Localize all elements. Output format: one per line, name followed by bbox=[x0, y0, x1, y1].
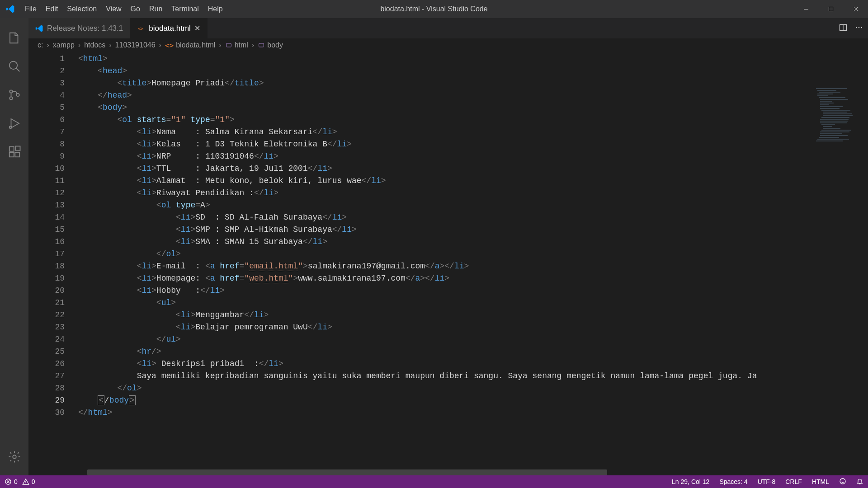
breadcrumbs[interactable]: c:›xampp›htdocs›1103191046›<> biodata.ht… bbox=[28, 38, 868, 52]
tab-label: Release Notes: 1.43.1 bbox=[47, 24, 123, 33]
code-line[interactable]: </ul> bbox=[78, 333, 868, 346]
code-line[interactable]: <li>TTL : Jakarta, 19 Juli 2001</li> bbox=[78, 163, 868, 175]
code-line[interactable]: <li>NRP : 1103191046</li> bbox=[78, 150, 868, 163]
code-line[interactable]: <li>Riwayat Pendidikan :</li> bbox=[78, 187, 868, 199]
minimize-button[interactable] bbox=[793, 0, 818, 18]
line-number: 18 bbox=[28, 260, 65, 272]
code-line[interactable]: <head> bbox=[78, 65, 868, 77]
breadcrumb-item[interactable]: c: bbox=[38, 41, 43, 49]
menu-go[interactable]: Go bbox=[126, 0, 145, 18]
menu-edit[interactable]: Edit bbox=[41, 0, 63, 18]
status-encoding[interactable]: UTF-8 bbox=[758, 478, 776, 485]
code-line[interactable]: <li>Kelas : 1 D3 Teknik Elektronika B</l… bbox=[78, 138, 868, 150]
code-line[interactable]: <li>Homepage: <a href="web.html">www.sal… bbox=[78, 272, 868, 285]
code-editor[interactable]: 1234567891011121314151617181920212223242… bbox=[28, 52, 868, 475]
code-line[interactable]: <li>Hobby :</li> bbox=[78, 285, 868, 297]
line-number: 5 bbox=[28, 102, 65, 114]
breadcrumb-item[interactable]: <> biodata.html bbox=[165, 41, 215, 50]
source-control-icon[interactable] bbox=[0, 80, 28, 109]
settings-gear-icon[interactable] bbox=[0, 442, 28, 471]
status-indentation[interactable]: Spaces: 4 bbox=[719, 478, 747, 485]
code-line[interactable]: <li>Menggambar</li> bbox=[78, 309, 868, 321]
horizontal-scrollbar[interactable] bbox=[87, 469, 607, 475]
svg-text:<>: <> bbox=[138, 26, 143, 31]
breadcrumb-item[interactable]: html bbox=[225, 41, 248, 49]
search-icon[interactable] bbox=[0, 52, 28, 80]
svg-point-3 bbox=[9, 90, 12, 93]
run-debug-icon[interactable] bbox=[0, 109, 28, 137]
line-number: 6 bbox=[28, 114, 65, 126]
code-line[interactable]: <ul> bbox=[78, 297, 868, 309]
line-number: 2 bbox=[28, 65, 65, 77]
breadcrumb-item[interactable]: xampp bbox=[53, 41, 75, 49]
code-line[interactable]: <li>SMA : SMAN 15 Surabaya</li> bbox=[78, 236, 868, 248]
code-line[interactable]: </ol> bbox=[78, 382, 868, 394]
notifications-icon[interactable] bbox=[856, 478, 863, 486]
code-line[interactable]: <li> Deskripsi pribadi :</li> bbox=[78, 358, 868, 370]
line-number: 30 bbox=[28, 407, 65, 419]
feedback-icon[interactable] bbox=[839, 478, 846, 486]
code-line[interactable]: Saya memiliki kepribadian sanguinis yait… bbox=[78, 370, 868, 382]
line-number: 9 bbox=[28, 150, 65, 163]
status-eol[interactable]: CRLF bbox=[785, 478, 802, 485]
file-icon: <> bbox=[137, 24, 145, 33]
tab-release-notes-1-43-1[interactable]: Release Notes: 1.43.1 bbox=[28, 18, 130, 38]
code-line[interactable]: <html> bbox=[78, 53, 868, 65]
code-line[interactable]: </head> bbox=[78, 89, 868, 102]
extensions-icon[interactable] bbox=[0, 137, 28, 166]
menu-terminal[interactable]: Terminal bbox=[167, 0, 203, 18]
code-line[interactable]: <ol type=A> bbox=[78, 199, 868, 211]
code-line[interactable]: <li>Belajar pemrograman UwU</li> bbox=[78, 321, 868, 333]
code-content[interactable]: <html> <head> <title>Homepage Priadi</ti… bbox=[78, 52, 868, 475]
menu-run[interactable]: Run bbox=[145, 0, 167, 18]
chevron-right-icon: › bbox=[47, 41, 49, 49]
line-number: 16 bbox=[28, 236, 65, 248]
svg-point-4 bbox=[9, 97, 12, 99]
code-line[interactable]: </html> bbox=[78, 407, 868, 419]
status-warnings[interactable]: 0 bbox=[22, 478, 35, 485]
menu-selection[interactable]: Selection bbox=[62, 0, 101, 18]
editor-area: Release Notes: 1.43.1<>biodata.html✕ c:›… bbox=[28, 18, 868, 475]
code-line[interactable]: <title>Homepage Priadi</title> bbox=[78, 77, 868, 89]
line-number: 29 bbox=[28, 394, 65, 407]
close-button[interactable] bbox=[843, 0, 868, 18]
chevron-right-icon: › bbox=[252, 41, 254, 49]
line-number: 4 bbox=[28, 89, 65, 102]
close-tab-icon[interactable]: ✕ bbox=[194, 24, 200, 33]
svg-point-20 bbox=[840, 479, 845, 484]
maximize-button[interactable] bbox=[818, 0, 843, 18]
breadcrumb-item[interactable]: 1103191046 bbox=[115, 41, 156, 49]
line-number: 28 bbox=[28, 382, 65, 394]
code-line[interactable]: <ol starts="1" type="1"> bbox=[78, 114, 868, 126]
line-number: 10 bbox=[28, 163, 65, 175]
svg-point-5 bbox=[16, 93, 19, 96]
menu-view[interactable]: View bbox=[101, 0, 126, 18]
breadcrumb-item[interactable]: htdocs bbox=[84, 41, 105, 49]
svg-point-15 bbox=[859, 27, 860, 28]
explorer-icon[interactable] bbox=[0, 23, 28, 52]
breadcrumb-item[interactable]: body bbox=[258, 41, 283, 49]
code-line[interactable]: <hr/> bbox=[78, 346, 868, 358]
line-number: 19 bbox=[28, 272, 65, 285]
line-number: 7 bbox=[28, 126, 65, 138]
more-actions-icon[interactable] bbox=[854, 23, 863, 33]
svg-rect-9 bbox=[15, 152, 19, 157]
code-line[interactable]: <li>SD : SD Al-Falah Surabaya</li> bbox=[78, 211, 868, 224]
status-errors[interactable]: 0 bbox=[5, 478, 18, 485]
code-line[interactable]: <li>Nama : Salma Kirana Sekarsari</li> bbox=[78, 126, 868, 138]
status-language[interactable]: HTML bbox=[812, 478, 829, 485]
code-line[interactable]: </ol> bbox=[78, 248, 868, 260]
menu-help[interactable]: Help bbox=[203, 0, 227, 18]
svg-point-6 bbox=[9, 126, 11, 128]
menu-file[interactable]: File bbox=[20, 0, 41, 18]
split-editor-icon[interactable] bbox=[839, 23, 848, 33]
code-line[interactable]: <li>E-mail : <a href="email.html">salmak… bbox=[78, 260, 868, 272]
code-line[interactable]: </body> bbox=[78, 394, 868, 407]
minimap[interactable] bbox=[814, 86, 868, 176]
code-line[interactable]: <li>Alamat : Metu kono, belok kiri, luru… bbox=[78, 175, 868, 187]
code-line[interactable]: <body> bbox=[78, 102, 868, 114]
status-cursor-position[interactable]: Ln 29, Col 12 bbox=[672, 478, 709, 485]
code-line[interactable]: <li>SMP : SMP Al-Hikmah Surabaya</li> bbox=[78, 224, 868, 236]
tab-biodata-html[interactable]: <>biodata.html✕ bbox=[130, 18, 208, 38]
svg-rect-18 bbox=[259, 43, 264, 47]
